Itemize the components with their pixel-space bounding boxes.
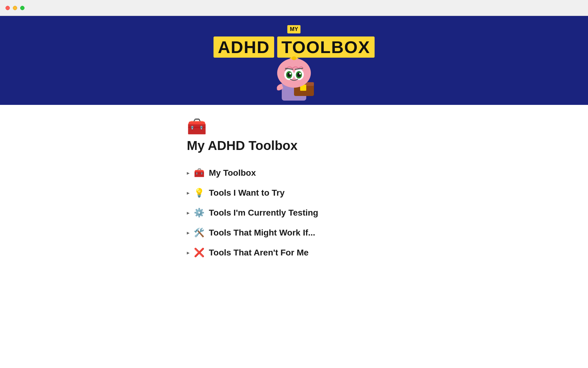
hero-banner: MY ADHD TOOLBOX bbox=[0, 16, 588, 105]
svg-point-9 bbox=[289, 73, 291, 75]
svg-point-5 bbox=[277, 58, 311, 88]
nav-label-tools-not-for-me: Tools That Aren't For Me bbox=[209, 248, 309, 258]
nav-item-tools-currently-testing[interactable]: ▸⚙️Tools I'm Currently Testing bbox=[187, 208, 401, 218]
nav-emoji-tools-not-for-me: ❌ bbox=[194, 247, 205, 258]
page-title: My ADHD Toolbox bbox=[187, 138, 401, 153]
title-bar bbox=[0, 0, 588, 16]
close-button[interactable] bbox=[6, 6, 10, 10]
nav-emoji-tools-want-to-try: 💡 bbox=[194, 188, 205, 198]
nav-item-my-toolbox[interactable]: ▸🧰My Toolbox bbox=[187, 168, 401, 178]
nav-emoji-my-toolbox: 🧰 bbox=[194, 168, 205, 178]
nav-item-tools-not-for-me[interactable]: ▸❌Tools That Aren't For Me bbox=[187, 247, 401, 258]
minimize-button[interactable] bbox=[13, 6, 17, 10]
nav-arrow-my-toolbox: ▸ bbox=[187, 170, 190, 176]
nav-list: ▸🧰My Toolbox▸💡Tools I Want to Try▸⚙️Tool… bbox=[187, 168, 401, 258]
hero-my-label: MY bbox=[287, 25, 300, 33]
page-icon: 🧰 bbox=[187, 117, 401, 136]
nav-arrow-tools-might-work: ▸ bbox=[187, 229, 190, 236]
nav-arrow-tools-not-for-me: ▸ bbox=[187, 249, 190, 256]
nav-arrow-tools-want-to-try: ▸ bbox=[187, 190, 190, 196]
nav-emoji-tools-currently-testing: ⚙️ bbox=[194, 208, 205, 218]
hero-character bbox=[263, 36, 325, 105]
nav-item-tools-might-work[interactable]: ▸🛠️Tools That Might Work If... bbox=[187, 228, 401, 238]
maximize-button[interactable] bbox=[20, 6, 24, 10]
nav-label-tools-currently-testing: Tools I'm Currently Testing bbox=[209, 208, 318, 218]
nav-label-my-toolbox: My Toolbox bbox=[209, 168, 256, 178]
nav-arrow-tools-currently-testing: ▸ bbox=[187, 209, 190, 216]
page-content: 🧰 My ADHD Toolbox ▸🧰My Toolbox▸💡Tools I … bbox=[156, 105, 432, 276]
svg-point-16 bbox=[292, 56, 296, 60]
nav-label-tools-might-work: Tools That Might Work If... bbox=[209, 228, 315, 238]
nav-item-tools-want-to-try[interactable]: ▸💡Tools I Want to Try bbox=[187, 188, 401, 198]
nav-emoji-tools-might-work: 🛠️ bbox=[194, 228, 205, 238]
svg-point-13 bbox=[299, 73, 301, 75]
nav-label-tools-want-to-try: Tools I Want to Try bbox=[209, 188, 285, 198]
